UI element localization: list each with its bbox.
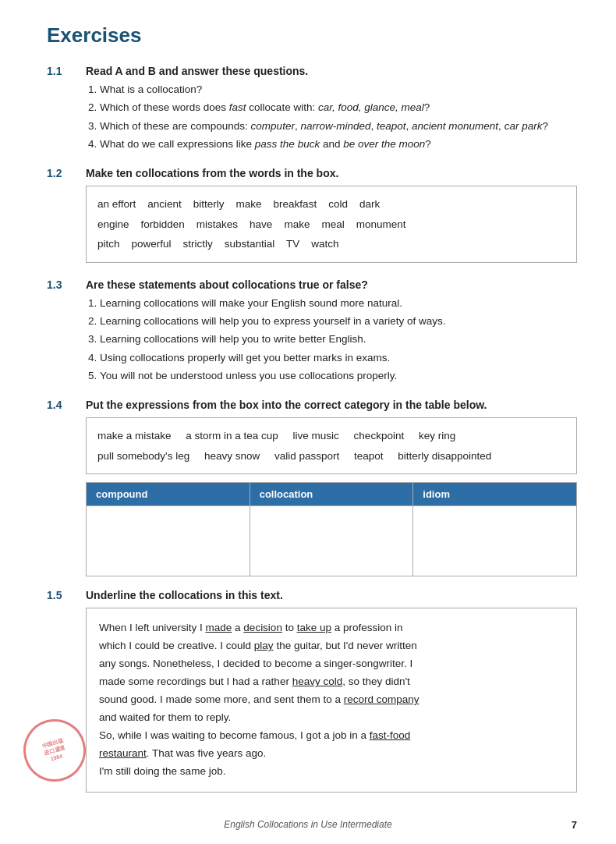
section-num-1-4: 1.4 [47, 399, 86, 576]
section-1-4: 1.4 Put the expressions from the box int… [47, 399, 577, 576]
table-cell-compound [87, 506, 250, 576]
section-content-1-3: Are these statements about collocations … [86, 278, 577, 386]
section-content-1-2: Make ten collocations from the words in … [86, 167, 577, 266]
section-list-1-3: Learning collocations will make your Eng… [86, 296, 577, 384]
section-content-1-5: Underline the collocations in this text.… [86, 589, 577, 792]
table-cell-idiom [413, 506, 577, 576]
table-row [87, 506, 577, 576]
section-title-1-2: Make ten collocations from the words in … [86, 167, 577, 179]
table-header-compound: compound [87, 483, 250, 506]
section-title-1-4: Put the expressions from the box into th… [86, 399, 577, 411]
section-title-1-5: Underline the collocations in this text. [86, 589, 577, 601]
table-header-idiom: idiom [413, 483, 577, 506]
list-item: What is a collocation? [100, 82, 577, 98]
section-title-1-3: Are these statements about collocations … [86, 278, 577, 291]
list-item: Learning collocations will help you to w… [100, 332, 577, 347]
import-stamp: 中国出版进口通道1984 [23, 719, 86, 782]
list-item: What do we call expressions like pass th… [100, 137, 577, 152]
list-item: You will not be understood unless you us… [100, 368, 577, 384]
category-table: compound collocation idiom [86, 482, 577, 576]
page-title: Exercises [47, 23, 577, 48]
text-content-1-5: When I left university I made a decision… [99, 619, 439, 780]
section-1-5: 1.5 Underline the collocations in this t… [47, 589, 577, 792]
page-footer: English Collocations in Use Intermediate… [0, 819, 616, 830]
list-item: Learning collocations will help you to e… [100, 314, 577, 329]
section-content-1-4: Put the expressions from the box into th… [86, 399, 577, 576]
expression-box-1-4: make a mistake a storm in a tea cup live… [86, 417, 577, 474]
section-title-1-1: Read A and B and answer these questions. [86, 65, 577, 77]
list-item: Which of these words does fast collocate… [100, 100, 577, 115]
section-list-1-1: What is a collocation? Which of these wo… [86, 82, 577, 152]
section-content-1-1: Read A and B and answer these questions.… [86, 65, 577, 154]
section-1-3: 1.3 Are these statements about collocati… [47, 278, 577, 386]
section-num-1-2: 1.2 [47, 167, 86, 266]
footer-book-title: English Collocations in Use Intermediate [224, 819, 391, 830]
section-num-1-1: 1.1 [47, 65, 86, 154]
list-item: Which of these are compounds: computer, … [100, 119, 577, 134]
section-1-2: 1.2 Make ten collocations from the words… [47, 167, 577, 266]
text-box-1-5: When I left university I made a decision… [86, 608, 577, 792]
list-item: Using collocations properly will get you… [100, 350, 577, 366]
section-1-1: 1.1 Read A and B and answer these questi… [47, 65, 577, 154]
table-header-collocation: collocation [250, 483, 413, 506]
section-num-1-3: 1.3 [47, 278, 86, 386]
list-item: Learning collocations will make your Eng… [100, 296, 577, 311]
footer-page-number: 7 [572, 819, 577, 831]
word-box-1-2: an effort ancient bitterly make breakfas… [86, 186, 577, 263]
table-cell-collocation [250, 506, 413, 576]
